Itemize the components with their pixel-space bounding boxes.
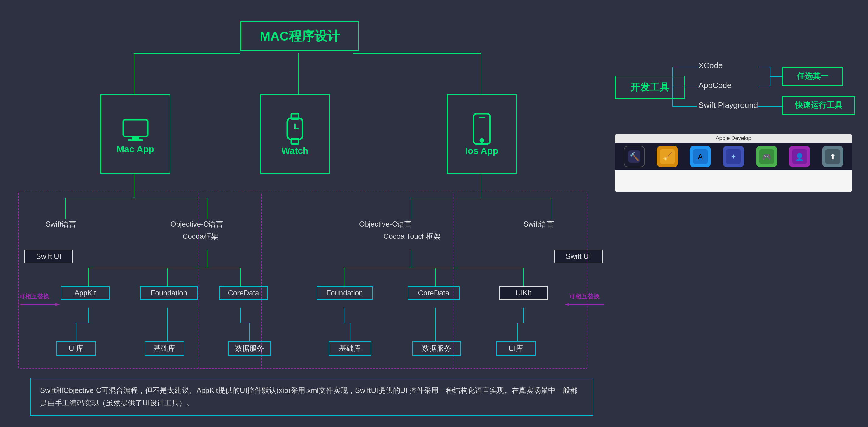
watch-node: Watch	[260, 94, 330, 174]
app-icon-7: ⬆	[822, 146, 843, 167]
app-icon-5: 🎮	[756, 146, 777, 167]
svg-text:A: A	[698, 152, 703, 161]
svg-text:🎮: 🎮	[762, 152, 771, 161]
mac-app-label: Mac App	[117, 144, 154, 154]
ui-lib-mac: UI库	[56, 341, 96, 356]
swift-playground-label: Swift Playground	[699, 101, 758, 110]
mutually-replace-mac: 可相互替换	[19, 292, 49, 301]
app-icon-2: 🧹	[657, 146, 678, 167]
app-icon-1: 🔨	[624, 146, 645, 167]
app-icons-row: 🔨 🧹 A ✦ 🎮	[615, 143, 852, 170]
appcode-label: AppCode	[699, 81, 731, 90]
foundation-mac-box: Foundation	[140, 286, 198, 300]
watch-label: Watch	[281, 146, 309, 156]
ios-outer-container	[198, 192, 587, 369]
note-box: Swift和Objective-C可混合编程，但不是太建议。AppKit提供的U…	[30, 378, 593, 416]
svg-text:✦: ✦	[731, 152, 737, 161]
svg-text:🔨: 🔨	[629, 152, 640, 162]
app-icon-4: ✦	[723, 146, 744, 167]
base-lib-mac: 基础库	[145, 341, 184, 356]
apple-panel-title: Apple Develop	[615, 134, 852, 143]
dev-tools-node: 开发工具	[615, 76, 685, 99]
any-one-box: 任选其一	[782, 67, 843, 86]
svg-marker-63	[55, 303, 60, 306]
mac-app-node: Mac App	[100, 94, 170, 174]
svg-text:👤: 👤	[795, 152, 804, 161]
apple-develop-panel: Apple Develop 🔨 🧹 A ✦	[615, 134, 852, 192]
swift-lang-mac: Swift语言	[45, 219, 76, 229]
appkit-box: AppKit	[61, 286, 110, 300]
xcode-label: XCode	[699, 61, 723, 70]
ios-app-node: Ios App	[447, 94, 517, 174]
quick-run-box: 快速运行工具	[782, 96, 855, 115]
svg-text:⬆: ⬆	[830, 152, 836, 161]
svg-point-61	[480, 139, 483, 142]
main-title: MAC程序设计	[241, 21, 359, 51]
svg-rect-51	[123, 120, 148, 137]
app-icon-6: 👤	[789, 146, 810, 167]
svg-text:🧹: 🧹	[662, 152, 673, 162]
swift-ui-mac: Swift UI	[24, 250, 73, 263]
svg-rect-53	[128, 140, 143, 141]
app-icon-3: A	[690, 146, 711, 167]
ios-app-label: Ios App	[465, 146, 498, 156]
svg-rect-52	[132, 137, 139, 140]
